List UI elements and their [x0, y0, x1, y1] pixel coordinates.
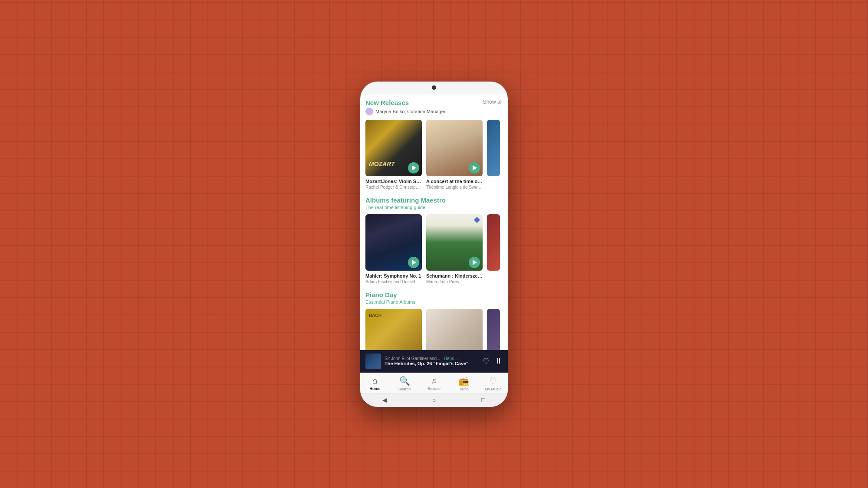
- nav-item-my-music[interactable]: ♡ My Music: [482, 376, 504, 391]
- browse-icon: ♬: [431, 376, 437, 386]
- album-thumb-schumann: [426, 214, 483, 271]
- phone-camera: [432, 85, 436, 90]
- album-title-mozart: Mozart/Jones: Violin Sona...: [365, 178, 422, 184]
- my-music-label: My Music: [485, 387, 501, 391]
- play-button-mahler[interactable]: [408, 257, 419, 268]
- maestro-badge: [474, 217, 480, 223]
- piano-day-header: Piano Day Essential Piano Albums: [365, 291, 503, 305]
- album-artist-mozart: Rachel Podger & Christopher...: [365, 185, 422, 190]
- my-music-icon: ♡: [489, 376, 497, 386]
- recents-button[interactable]: □: [479, 396, 487, 404]
- play-triangle-icon: [412, 260, 416, 265]
- album-card-mahler[interactable]: Mahler: Symphony No. 1 Adam Fischer and …: [365, 214, 422, 284]
- browse-label: Browse: [427, 386, 441, 391]
- piano-day-subtitle: Essential Piano Albums: [365, 299, 503, 305]
- album-artist-concert: Théotime Langlois de Swarte...: [426, 185, 483, 190]
- new-releases-row: Mozart/Jones: Violin Sona... Rachel Podg…: [365, 120, 503, 190]
- heart-button[interactable]: ♡: [483, 357, 490, 366]
- now-playing-info: Sir John Eliot Gardiner and... Hebri... …: [385, 356, 479, 366]
- maestro-section: Albums featuring Maestro The real-time l…: [365, 197, 503, 284]
- album-card-mozart[interactable]: Mozart/Jones: Violin Sona... Rachel Podg…: [365, 120, 422, 190]
- curator-avatar-inner: [365, 108, 373, 115]
- maestro-title: Albums featuring Maestro: [365, 197, 446, 204]
- search-icon: 🔍: [399, 376, 410, 386]
- album-artist-mahler: Adam Fischer and Düsseldorf...: [365, 279, 422, 284]
- now-playing-artist: Sir John Eliot Gardiner and... Hebri...: [385, 356, 479, 361]
- home-label: Home: [369, 386, 380, 391]
- album-art-piano2: [426, 309, 483, 350]
- piano-day-row: Bach: Goldberg Variations Glenn Gould: [365, 309, 503, 350]
- home-icon: ⌂: [372, 376, 378, 386]
- search-label: Search: [398, 387, 411, 391]
- new-releases-section: New Releases Show all Maryna Boiko, Cura…: [365, 99, 503, 190]
- show-all-button[interactable]: Show all: [483, 99, 503, 105]
- album-art-partial1: [487, 120, 500, 176]
- album-card-concert[interactable]: A concert at the time of Pr... Théotime …: [426, 120, 483, 190]
- now-playing-controls: ♡ ⏸: [483, 357, 503, 366]
- now-playing-art: [365, 354, 381, 369]
- curator-name: Maryna Boiko, Curation Manager: [375, 109, 445, 114]
- app-content: New Releases Show all Maryna Boiko, Cura…: [360, 94, 508, 407]
- maestro-header: Albums featuring Maestro The real-time l…: [365, 197, 503, 210]
- album-title-concert: A concert at the time of Pr...: [426, 178, 483, 184]
- play-button-schumann[interactable]: [469, 257, 480, 268]
- play-button-concert[interactable]: [469, 162, 480, 174]
- curator-avatar: [365, 108, 373, 115]
- album-card-goldberg[interactable]: Bach: Goldberg Variations Glenn Gould: [365, 309, 422, 350]
- maestro-subtitle: The real-time listening guide: [365, 205, 503, 210]
- album-artist-schumann: Maria-João Pires: [426, 279, 483, 284]
- section-header-row: New Releases Show all: [365, 99, 503, 106]
- album-title-schumann: Schumann : Kinderszenen,...: [426, 273, 483, 279]
- system-bar: ◀ ○ □: [360, 393, 508, 407]
- play-triangle-icon: [412, 165, 416, 170]
- album-card-schumann[interactable]: Schumann : Kinderszenen,... Maria-João P…: [426, 214, 483, 284]
- play-button-mozart[interactable]: [408, 162, 419, 174]
- play-triangle-icon: [473, 260, 477, 265]
- album-card-partial1: [487, 120, 500, 190]
- phone-frame: New Releases Show all Maryna Boiko, Cura…: [360, 82, 508, 407]
- album-thumb-concert: [426, 120, 483, 176]
- album-art-partial2: [487, 214, 500, 271]
- album-card-piano2[interactable]: [426, 309, 483, 350]
- nav-item-search[interactable]: 🔍 Search: [394, 376, 415, 391]
- new-releases-title: New Releases: [365, 99, 409, 106]
- album-title-mahler: Mahler: Symphony No. 1: [365, 273, 422, 279]
- curator-row: Maryna Boiko, Curation Manager: [365, 108, 503, 115]
- album-art-goldberg: [365, 309, 422, 350]
- album-card-partial3: [487, 309, 500, 350]
- album-art-partial3: [487, 309, 500, 350]
- back-button[interactable]: ◀: [381, 396, 389, 404]
- now-playing-bar[interactable]: Sir John Eliot Gardiner and... Hebri... …: [360, 350, 508, 373]
- nav-item-home[interactable]: ⌂ Home: [364, 376, 386, 391]
- now-playing-title: The Hebrides, Op. 26 "Fingal's Cave": [385, 361, 479, 366]
- new-releases-header: New Releases Show all Maryna Boiko, Cura…: [365, 99, 503, 115]
- album-thumb-piano2: [426, 309, 483, 350]
- nav-item-radio[interactable]: 📻 Radio: [453, 376, 474, 391]
- album-thumb-mahler: [365, 214, 422, 271]
- piano-day-title: Piano Day: [365, 291, 397, 298]
- nav-item-browse[interactable]: ♬ Browse: [423, 376, 445, 391]
- radio-label: Radio: [458, 387, 469, 391]
- scroll-content: New Releases Show all Maryna Boiko, Cura…: [360, 94, 508, 350]
- home-button[interactable]: ○: [430, 396, 438, 404]
- album-thumb-goldberg: [365, 309, 422, 350]
- bottom-nav: ⌂ Home 🔍 Search ♬ Browse 📻 Radio ♡ My Mu…: [360, 373, 508, 393]
- phone-notch-bar: [360, 82, 508, 94]
- maestro-row: Mahler: Symphony No. 1 Adam Fischer and …: [365, 214, 503, 284]
- now-playing-thumb: [365, 354, 381, 369]
- piano-day-section: Piano Day Essential Piano Albums Bach: G…: [365, 291, 503, 350]
- album-thumb-partial2: [487, 214, 500, 271]
- radio-icon: 📻: [458, 376, 469, 386]
- play-triangle-icon: [473, 165, 477, 170]
- album-thumb-partial1: [487, 120, 500, 176]
- album-thumb-partial3: [487, 309, 500, 350]
- album-thumb-mozart: [365, 120, 422, 176]
- maestro-diamond-icon: [474, 217, 480, 223]
- album-card-partial2: [487, 214, 500, 284]
- pause-button[interactable]: ⏸: [495, 357, 503, 366]
